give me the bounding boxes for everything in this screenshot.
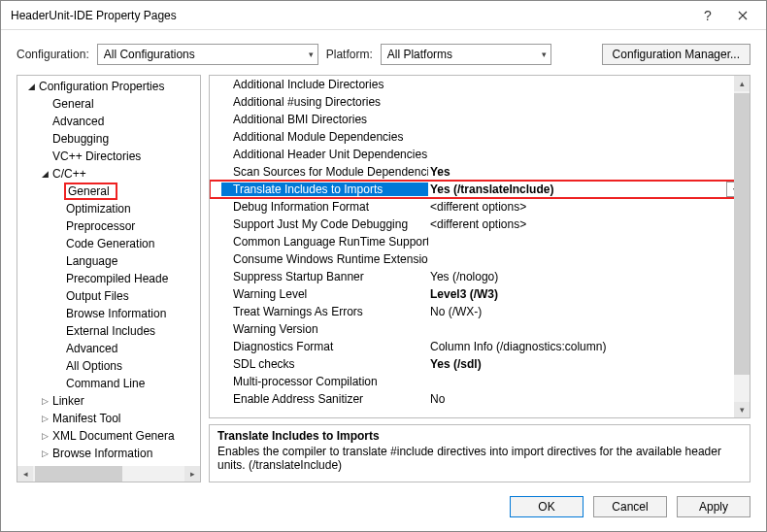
property-row[interactable]: Additional Module Dependencies (210, 128, 750, 146)
tree-item-browse-information[interactable]: ▷Browse Information (17, 445, 200, 462)
configuration-label: Configuration: (17, 48, 89, 61)
property-label: Multi-processor Compilation (210, 375, 428, 388)
grid-scroll[interactable]: Additional Include DirectoriesAdditional… (210, 76, 750, 417)
tree-item-advanced[interactable]: Advanced (17, 340, 200, 357)
tree-item-precompiled-heade[interactable]: Precompiled Heade (17, 270, 200, 287)
description-panel: Translate Includes to Imports Enables th… (209, 424, 750, 482)
platform-label: Platform: (326, 48, 373, 61)
configuration-value: All Configurations (104, 48, 195, 61)
tree-expand-icon[interactable]: ◢ (25, 82, 37, 91)
configuration-combo[interactable]: All Configurations ▾ (97, 44, 318, 65)
property-label: Additional Header Unit Dependencies (210, 148, 428, 161)
grid-v-scrollbar[interactable]: ▴ ▾ (734, 76, 750, 417)
tree-scroll[interactable]: ◢Configuration PropertiesGeneralAdvanced… (17, 76, 200, 482)
configuration-manager-button[interactable]: Configuration Manager... (602, 44, 750, 65)
property-label: Debug Information Format (210, 200, 428, 214)
chevron-down-icon: ▾ (542, 50, 547, 59)
tree-item-general[interactable]: General (17, 95, 200, 113)
property-value: Column Info (/diagnostics:column) (428, 340, 750, 353)
property-row[interactable]: Debug Information Format<different optio… (210, 198, 750, 216)
property-value: Yes (/translateInclude) (428, 183, 726, 196)
tree-item-code-generation[interactable]: Code Generation (17, 235, 200, 252)
tree-item-label: VC++ Directories (50, 150, 143, 163)
property-value: No (428, 392, 750, 406)
tree-item-preprocessor[interactable]: Preprocessor (17, 217, 200, 235)
tree-item-general[interactable]: General (17, 183, 200, 200)
platform-value: All Platforms (387, 48, 452, 61)
apply-button[interactable]: Apply (677, 496, 750, 517)
tree-item-language[interactable]: Language (17, 252, 200, 270)
property-row[interactable]: Common Language RunTime Support (210, 233, 750, 250)
property-row[interactable]: Additional BMI Directories (210, 111, 750, 128)
property-row[interactable]: Scan Sources for Module DependenciesYes (210, 163, 750, 181)
property-value: Yes (/sdl) (428, 357, 750, 371)
property-row[interactable]: Warning LevelLevel3 (/W3) (210, 285, 750, 303)
tree-item-linker[interactable]: ▷Linker (17, 392, 200, 410)
property-row[interactable]: Treat Warnings As ErrorsNo (/WX-) (210, 303, 750, 320)
tree-item-label: Browse Information (50, 447, 154, 460)
tree-item-optimization[interactable]: Optimization (17, 200, 200, 217)
property-label: SDL checks (210, 357, 428, 371)
tree-item-advanced[interactable]: Advanced (17, 113, 200, 130)
tree-item-xml-document-genera[interactable]: ▷XML Document Genera (17, 427, 200, 445)
property-label: Treat Warnings As Errors (210, 305, 428, 318)
tree-item-external-includes[interactable]: External Includes (17, 322, 200, 340)
tree-item-label: Code Generation (64, 237, 156, 250)
close-icon (738, 11, 748, 20)
property-row[interactable]: Multi-processor Compilation (210, 373, 750, 390)
property-label: Support Just My Code Debugging (210, 217, 428, 231)
property-row[interactable]: Additional Header Unit Dependencies (210, 146, 750, 163)
property-label: Suppress Startup Banner (210, 270, 428, 283)
property-row[interactable]: Diagnostics FormatColumn Info (/diagnost… (210, 338, 750, 355)
property-label: Enable Address Sanitizer (210, 392, 428, 406)
scroll-right-icon[interactable]: ▸ (184, 466, 200, 482)
scroll-down-icon[interactable]: ▾ (734, 402, 750, 417)
property-row[interactable]: Consume Windows Runtime Extension (210, 250, 750, 268)
property-row[interactable]: Warning Version (210, 320, 750, 338)
cancel-button[interactable]: Cancel (593, 496, 667, 517)
tree-item-vc-directories[interactable]: VC++ Directories (17, 148, 200, 165)
title-bar: HeaderUnit-IDE Property Pages ? (1, 1, 766, 30)
property-row[interactable]: Suppress Startup BannerYes (/nologo) (210, 268, 750, 285)
window-title: HeaderUnit-IDE Property Pages (11, 9, 690, 22)
tree-item-debugging[interactable]: Debugging (17, 130, 200, 148)
property-row[interactable]: Additional Include Directories (210, 76, 750, 93)
nav-tree: ◢Configuration PropertiesGeneralAdvanced… (17, 75, 201, 482)
property-value: Yes (428, 165, 750, 179)
property-row[interactable]: Support Just My Code Debugging<different… (210, 216, 750, 233)
tree-item-all-options[interactable]: All Options (17, 357, 200, 375)
property-row[interactable]: SDL checksYes (/sdl) (210, 355, 750, 373)
scroll-up-icon[interactable]: ▴ (734, 76, 750, 91)
tree-expand-icon[interactable]: ▷ (39, 431, 50, 441)
tree-item-label: Optimization (64, 202, 133, 216)
tree-h-scrollbar[interactable]: ◂ ▸ (17, 466, 200, 482)
tree-expand-icon[interactable]: ▷ (39, 449, 50, 458)
tree-item-c-c-[interactable]: ◢C/C++ (17, 165, 200, 183)
property-row[interactable]: Translate Includes to ImportsYes (/trans… (210, 181, 750, 198)
ok-button[interactable]: OK (510, 496, 584, 517)
tree-expand-icon[interactable]: ◢ (39, 169, 50, 179)
tree-item-label: Advanced (50, 115, 106, 128)
dialog-buttons: OK Cancel Apply (1, 486, 766, 531)
tree-expand-icon[interactable]: ▷ (39, 414, 50, 423)
property-row[interactable]: Enable Address SanitizerNo (210, 390, 750, 408)
property-row[interactable]: Additional #using Directories (210, 93, 750, 111)
property-label: Warning Version (210, 322, 428, 336)
scroll-thumb[interactable] (35, 466, 122, 482)
property-label: Additional BMI Directories (210, 113, 428, 126)
tree-item-manifest-tool[interactable]: ▷Manifest Tool (17, 410, 200, 427)
tree-item-label: C/C++ (50, 167, 88, 181)
tree-item-browse-information[interactable]: Browse Information (17, 305, 200, 322)
tree-item-configuration-properties[interactable]: ◢Configuration Properties (17, 78, 200, 95)
tree-item-output-files[interactable]: Output Files (17, 287, 200, 305)
scroll-left-icon[interactable]: ◂ (17, 466, 33, 482)
platform-combo[interactable]: All Platforms ▾ (381, 44, 551, 65)
scroll-thumb[interactable] (734, 93, 750, 375)
tree-item-label: Manifest Tool (50, 412, 122, 425)
tree-item-command-line[interactable]: Command Line (17, 375, 200, 392)
close-button[interactable] (725, 2, 760, 29)
help-button[interactable]: ? (690, 2, 725, 29)
tree-expand-icon[interactable]: ▷ (39, 396, 50, 406)
tree-item-label: General (64, 183, 117, 200)
tree-item-label: Linker (50, 394, 86, 408)
